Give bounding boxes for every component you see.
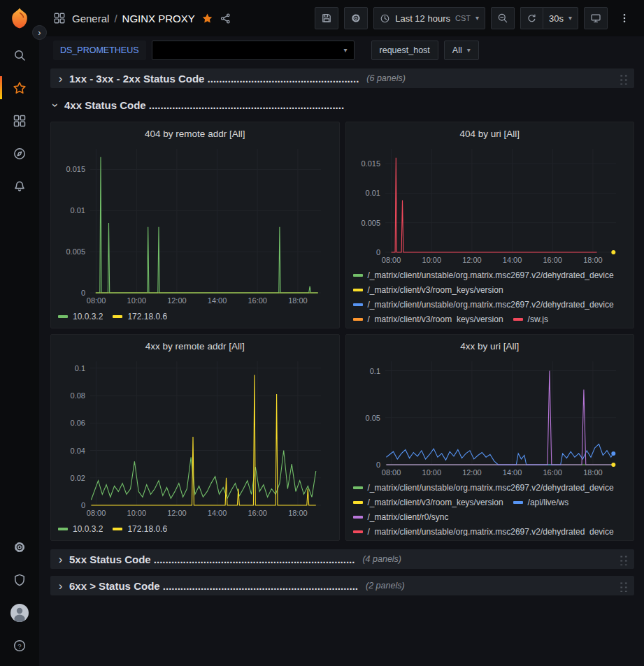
refresh-button[interactable] [520,7,543,29]
share-button[interactable] [220,13,231,24]
datasource-variable-dropdown[interactable]: ▾ [152,41,355,60]
legend-item[interactable]: /api/live/ws [513,495,569,510]
legend-item[interactable]: /_matrix/client/unstable/org.matrix.msc2… [353,298,614,312]
grafana-logo[interactable] [7,6,32,31]
svg-text:16:00: 16:00 [543,468,562,477]
chevron-down-icon: ▾ [344,47,348,54]
svg-text:0.04: 0.04 [71,447,85,455]
top-navbar: General / NGINX PROXY [39,0,644,36]
row-5xx[interactable]: › 5xx Status Code ......................… [50,549,634,569]
legend-item[interactable]: /_matrix/client/unstable/org.matrix.msc2… [353,525,614,536]
svg-text:0: 0 [375,461,380,469]
row-drag-handle[interactable] [619,580,628,592]
gear-icon [350,13,362,24]
adhoc-filter-value-dropdown[interactable]: All ▾ [444,41,479,60]
zoom-out-button[interactable] [491,7,515,29]
svg-text:08:00: 08:00 [87,296,106,305]
legend-item[interactable]: /sw.js [513,312,548,324]
sidebar-item-server-admin[interactable] [0,563,39,596]
panel-title[interactable]: 4xx by uri [All] [353,338,627,354]
person-icon [10,604,29,622]
svg-text:14:00: 14:00 [208,296,227,305]
sidebar-item-help[interactable]: ? [0,629,39,662]
sidebar-item-alerting[interactable] [0,170,39,203]
refresh-icon [527,13,537,24]
legend-series-swatch [353,274,363,277]
dashboard-content: › 1xx - 3xx - 2xx Status Code ..........… [39,64,644,666]
svg-text:12:00: 12:00 [167,296,187,305]
legend-item[interactable]: /_matrix/client/v3/room_keys/version [353,495,503,510]
legend-item[interactable]: 172.18.0.6 [113,309,167,324]
row-drag-handle[interactable] [619,73,628,85]
svg-text:0.1: 0.1 [369,366,380,375]
svg-text:0.02: 0.02 [71,474,85,482]
sidebar-item-dashboards[interactable] [0,104,39,137]
row-title: 4xx Status Code ........................… [64,99,344,111]
chevron-down-icon: ▾ [568,15,572,22]
favorite-star-button[interactable] [201,13,213,24]
dashboards-grid-icon [53,12,66,24]
legend-series-swatch [513,501,523,504]
sidebar-item-profile[interactable] [0,596,39,629]
svg-text:08:00: 08:00 [381,256,401,264]
svg-text:10:00: 10:00 [422,256,441,264]
panel-title[interactable]: 404 by uri [All] [353,126,627,142]
refresh-interval-dropdown[interactable]: 30s ▾ [543,7,578,29]
svg-text:0: 0 [81,289,85,297]
sidebar-item-starred[interactable] [0,71,39,104]
legend-item[interactable]: /_matrix/client/v3/room_keys/version [353,312,503,324]
legend-series-swatch [513,318,523,321]
panel-legend: /_matrix/client/unstable/org.matrix.msc2… [353,481,627,536]
legend-item[interactable]: 10.0.3.2 [58,309,103,324]
time-range-picker[interactable]: Last 12 hours CST ▾ [373,7,485,29]
legend-series-label: /sw.js [528,314,548,324]
timeseries-chart[interactable]: 00.050.108:0010:0012:0014:0016:0018:00 [353,354,627,481]
kebab-menu-icon [619,13,630,24]
adhoc-filter-key[interactable]: request_host [371,41,438,60]
avatar [10,604,29,622]
dashboard-settings-button[interactable] [344,7,368,29]
legend-item[interactable]: /_matrix/client/v3/room_keys/version [353,283,503,298]
more-options-button[interactable] [613,7,636,29]
panel-title[interactable]: 4xx by remote addr [All] [58,338,332,354]
panel-legend: 10.0.3.2172.18.0.6 [58,309,332,324]
timeseries-chart[interactable]: 00.020.040.060.080.108:0010:0012:0014:00… [58,354,332,521]
sidebar-item-configuration[interactable] [0,530,39,563]
row-title: 6xx > Status Code ......................… [69,580,358,592]
svg-text:14:00: 14:00 [502,468,522,477]
adhoc-filter-key-label: request_host [380,45,430,55]
legend-series-label: /api/live/ws [528,498,569,507]
search-icon [13,48,27,62]
svg-text:0.08: 0.08 [71,391,85,400]
legend-item[interactable]: 10.0.3.2 [58,521,103,536]
legend-item[interactable]: 172.18.0.6 [113,521,167,536]
timeseries-chart[interactable]: 00.0050.010.01508:0010:0012:0014:0016:00… [353,142,627,268]
breadcrumb-separator: / [114,13,117,24]
breadcrumb-folder[interactable]: General [72,13,109,24]
legend-series-label: 10.0.3.2 [73,312,103,321]
row-1xx-3xx-2xx[interactable]: › 1xx - 3xx - 2xx Status Code ..........… [50,68,634,88]
sidebar-item-search[interactable] [0,38,39,71]
svg-text:0.05: 0.05 [365,413,380,421]
dashboards-grid-icon [13,114,27,128]
row-6xx[interactable]: › 6xx > Status Code ....................… [50,576,634,595]
save-dashboard-button[interactable] [315,7,338,29]
sidebar-expand-button[interactable]: › [32,25,47,40]
row-4xx[interactable]: › 4xx Status Code ......................… [50,95,634,115]
panel-404-by-remote-addr: 404 by remote addr [All] 00.0050.010.015… [50,122,340,328]
legend-item[interactable]: /_matrix/client/unstable/org.matrix.msc2… [353,481,614,495]
chevron-down-icon: ▾ [475,15,479,22]
legend-item[interactable]: /_matrix/client/unstable/org.matrix.msc2… [353,268,614,283]
svg-text:18:00: 18:00 [583,256,603,264]
row-drag-handle[interactable] [619,553,628,565]
panel-title[interactable]: 404 by remote addr [All] [58,126,332,142]
legend-series-swatch [353,516,363,519]
row-panel-count: (4 panels) [362,554,401,564]
timeseries-chart[interactable]: 00.0050.010.01508:0010:0012:0014:0016:00… [58,142,332,309]
sidebar-item-explore[interactable] [0,137,39,170]
explore-compass-icon [13,147,27,161]
svg-text:0.06: 0.06 [71,419,85,428]
legend-item[interactable]: /_matrix/client/r0/sync [353,510,449,525]
time-range-label: Last 12 hours [395,13,450,24]
tv-mode-button[interactable] [584,7,608,29]
